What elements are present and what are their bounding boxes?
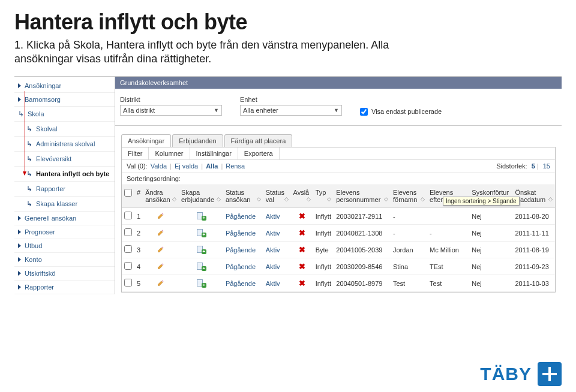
sidebar-item-rapporter[interactable]: ↳Rapporter	[14, 182, 115, 197]
sidebar-item-prognoser[interactable]: Prognoser	[14, 225, 115, 239]
sidebar-item-label: Rapporter	[25, 284, 54, 291]
sidebar-item-skola[interactable]: ↳Skola	[14, 107, 115, 122]
reject-icon[interactable]: ✖	[299, 262, 305, 271]
column-header[interactable]	[122, 185, 134, 207]
sidebar-item-label: Rapporter	[36, 185, 65, 192]
status-ansokan: Pågående	[223, 275, 263, 292]
row-checkbox[interactable]	[124, 228, 132, 236]
sidebar-item-skolval[interactable]: ↳Skolval	[14, 122, 115, 137]
selection-valda[interactable]: Valda	[151, 162, 167, 170]
table-row: 3+PågåendeAktiv✖Byte20041005-2039JordanM…	[122, 242, 555, 258]
column-header[interactable]: Elevens personnummer◇	[334, 185, 391, 207]
triangle-right-icon	[18, 271, 21, 276]
filter-bar: Distrikt Alla distrikt ▼ Enhet Alla enhe…	[115, 89, 562, 126]
sidebar-item-utbud[interactable]: Utbud	[14, 239, 115, 253]
edit-icon[interactable]	[157, 229, 164, 236]
toolbar-inställningar[interactable]: Inställningar	[190, 147, 238, 159]
header-label: Status val	[266, 189, 284, 204]
sidebar-item-ansökningar[interactable]: Ansökningar	[14, 79, 115, 93]
sidebar-item-administrera-skolval[interactable]: ↳Administrera skolval	[14, 137, 115, 152]
sort-icon[interactable]: ◇	[170, 196, 176, 202]
edit-icon[interactable]	[157, 246, 164, 253]
tab-färdiga-att-placera[interactable]: Färdiga att placera	[224, 134, 293, 147]
create-offer-icon[interactable]: +	[197, 246, 205, 253]
sub-item-icon: ↳	[26, 155, 32, 163]
sort-tooltip: Ingen sortering > Stigande	[443, 197, 520, 206]
sidebar-item-label: Utskriftskö	[25, 270, 55, 277]
row-select	[122, 208, 134, 225]
toolbar-kolumner[interactable]: Kolumner	[149, 147, 190, 159]
sidebar-item-label: Skapa klasser	[36, 200, 77, 207]
sidebar-item-skapa-klasser[interactable]: ↳Skapa klasser	[14, 197, 115, 212]
sort-icon[interactable]: ◇	[325, 196, 331, 202]
create-offer-icon[interactable]: +	[197, 263, 205, 270]
header-label: Elevens personnummer	[336, 189, 380, 204]
column-header[interactable]: Status val◇	[263, 185, 291, 207]
edit-icon[interactable]	[157, 212, 164, 219]
triangle-right-icon	[18, 285, 21, 290]
selection-alla[interactable]: Alla	[206, 162, 218, 170]
reject-icon[interactable]: ✖	[299, 245, 305, 254]
column-header[interactable]: #	[134, 185, 143, 207]
enhet-select[interactable]: Alla enheter ▼	[240, 105, 342, 116]
sort-icon[interactable]: ◇	[255, 196, 261, 202]
create-offer-icon[interactable]: +	[197, 212, 205, 219]
distrikt-select[interactable]: Alla distrikt ▼	[120, 105, 222, 116]
datum: 2011-09-23	[512, 258, 555, 275]
row-number: 4	[134, 258, 143, 275]
row-checkbox[interactable]	[124, 262, 132, 270]
column-header[interactable]: Elevens förnamn◇	[391, 185, 427, 207]
triangle-right-icon	[18, 230, 21, 234]
efternamn: -	[427, 225, 469, 242]
edit-icon[interactable]	[157, 263, 164, 270]
sort-icon[interactable]: ◇	[215, 196, 221, 202]
sort-icon[interactable]: ◇	[547, 196, 553, 202]
sort-icon[interactable]: ◇	[305, 196, 311, 202]
reject-icon[interactable]: ✖	[299, 212, 305, 221]
create-cell: +	[179, 208, 223, 225]
brand-mark-icon	[538, 362, 562, 386]
row-checkbox[interactable]	[124, 279, 132, 287]
sidebar-item-hantera-inflytt-och-byte[interactable]: ↳Hantera inflytt och byte	[14, 167, 115, 182]
row-checkbox[interactable]	[124, 245, 132, 253]
avsla-cell: ✖	[291, 242, 313, 258]
reject-icon[interactable]: ✖	[299, 279, 305, 288]
row-select	[122, 242, 134, 258]
column-header[interactable]: Typ◇	[313, 185, 334, 207]
sort-icon[interactable]: ◇	[283, 196, 289, 202]
visa-publicerade-checkbox[interactable]	[360, 108, 368, 116]
sidebar-item-utskriftskö[interactable]: Utskriftskö	[14, 267, 115, 281]
column-header[interactable]: Skapa erbjudande◇	[179, 185, 223, 207]
column-header[interactable]: Avslå◇	[291, 185, 313, 207]
sidebar-item-label: Ansökningar	[25, 82, 61, 89]
column-header[interactable]: Ändra ansökan◇	[143, 185, 179, 207]
sort-icon[interactable]: ◇	[419, 196, 425, 202]
tab-erbjudanden[interactable]: Erbjudanden	[172, 134, 223, 147]
row-checkbox[interactable]	[124, 212, 132, 219]
table-row: 4+PågåendeAktiv✖Inflytt20030209-8546Stin…	[122, 258, 555, 275]
selection-rensa[interactable]: Rensa	[226, 162, 245, 170]
sidebar-item-elevöversikt[interactable]: ↳Elevöversikt	[14, 152, 115, 167]
sidebar: AnsökningarBarnomsorg↳Skola↳Skolval↳Admi…	[14, 77, 115, 294]
create-offer-icon[interactable]: +	[197, 229, 205, 236]
sidebar-item-rapporter[interactable]: Rapporter	[14, 281, 115, 294]
create-cell: +	[179, 258, 223, 275]
select-all-checkbox[interactable]	[124, 189, 132, 197]
reject-icon[interactable]: ✖	[299, 228, 305, 237]
sidebar-item-konto[interactable]: Konto	[14, 253, 115, 267]
row-select	[122, 275, 134, 292]
tab-ansökningar[interactable]: Ansökningar	[121, 134, 171, 147]
column-header[interactable]: Status ansökan◇	[223, 185, 263, 207]
sidebar-item-generell-ansökan[interactable]: Generell ansökan	[14, 212, 115, 225]
toolbar-filter[interactable]: Filter	[122, 147, 149, 159]
pagesize-15[interactable]: 15	[543, 162, 550, 170]
sidebar-item-label: Barnomsorg	[25, 96, 61, 103]
sidebar-item-barnomsorg[interactable]: Barnomsorg	[14, 93, 115, 107]
toolbar-exportera[interactable]: Exportera	[238, 147, 280, 159]
edit-cell	[143, 242, 179, 258]
status-val: Aktiv	[263, 242, 291, 258]
edit-icon[interactable]	[157, 279, 164, 287]
sort-icon[interactable]: ◇	[382, 196, 388, 202]
create-offer-icon[interactable]: +	[197, 279, 205, 287]
selection-ej-valda[interactable]: Ej valda	[175, 162, 198, 170]
